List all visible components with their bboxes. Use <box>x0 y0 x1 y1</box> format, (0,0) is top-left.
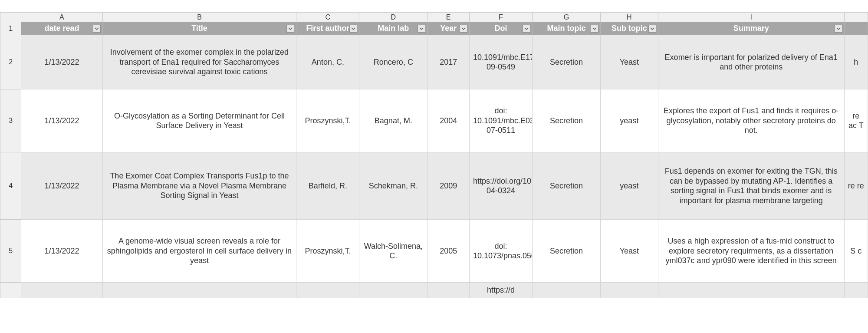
cell-main-lab[interactable]: Bagnat, M. <box>359 89 427 152</box>
row-number-2[interactable]: 2 <box>0 35 21 89</box>
chevron-down-icon <box>592 26 597 31</box>
cell-summary[interactable] <box>658 283 844 298</box>
cell-main-topic[interactable]: Secretion <box>532 220 600 283</box>
table-row: 2 1/13/2022 Involvement of the exomer co… <box>0 35 868 89</box>
cell-next-col[interactable]: re re <box>844 152 868 220</box>
col-letter-E[interactable]: E <box>427 13 470 22</box>
filter-button-title[interactable] <box>286 25 294 33</box>
cell-doi[interactable]: doi: 10.1091/mbc.E03-07-0511 <box>470 89 533 152</box>
filter-button-sub-topic[interactable] <box>648 25 656 33</box>
header-sub-topic: Sub topic <box>600 22 658 35</box>
cell-next-col[interactable]: re ac T <box>844 89 868 152</box>
header-next-col <box>844 22 868 35</box>
header-label: First author <box>306 24 349 33</box>
cell-year[interactable]: 2004 <box>427 89 470 152</box>
cell-main-lab[interactable]: Roncero, C <box>359 35 427 89</box>
row-number-3[interactable]: 3 <box>0 89 21 152</box>
header-label: Main topic <box>547 24 585 33</box>
filter-button-first-author[interactable] <box>349 25 357 33</box>
row-number-4[interactable]: 4 <box>0 152 21 220</box>
formula-input-area[interactable] <box>87 0 868 12</box>
header-doi: Doi <box>470 22 533 35</box>
cell-sub-topic[interactable]: yeast <box>600 152 658 220</box>
cell-doi[interactable]: https://d <box>470 283 533 298</box>
cell-title[interactable]: A genome-wide visual screen reveals a ro… <box>102 220 296 283</box>
cell-main-topic[interactable]: Secretion <box>532 35 600 89</box>
cell-sub-topic[interactable] <box>600 283 658 298</box>
col-letter-H[interactable]: H <box>600 13 658 22</box>
cell-summary[interactable]: Uses a high expression of a fus-mid cons… <box>658 220 844 283</box>
cell-main-topic[interactable]: Secretion <box>532 152 600 220</box>
cell-main-lab[interactable] <box>359 283 427 298</box>
header-label: Doi <box>494 24 507 33</box>
cell-sub-topic[interactable]: Yeast <box>600 35 658 89</box>
row-number-5[interactable]: 5 <box>0 220 21 283</box>
cell-main-lab[interactable]: Walch-Solimena, C. <box>359 220 427 283</box>
cell-title[interactable]: Involvement of the exomer complex in the… <box>102 35 296 89</box>
cell-year[interactable]: 2017 <box>427 35 470 89</box>
col-letter-C[interactable]: C <box>296 13 359 22</box>
name-box-input[interactable] <box>0 0 87 12</box>
row-number-1[interactable]: 1 <box>0 22 21 35</box>
header-label: Sub topic <box>612 24 647 33</box>
filter-button-main-topic[interactable] <box>591 25 598 33</box>
cell-summary[interactable]: Exomer is important for polarized delive… <box>658 35 844 89</box>
table-row: 3 1/13/2022 O-Glycosylation as a Sorting… <box>0 89 868 152</box>
cell-first-author[interactable] <box>296 283 359 298</box>
filter-button-main-lab[interactable] <box>418 25 425 33</box>
header-label: Title <box>191 24 207 33</box>
col-letter-J[interactable] <box>844 13 868 22</box>
filter-button-date-read[interactable] <box>93 25 101 33</box>
cell-first-author[interactable]: Proszynski,T. <box>296 220 359 283</box>
cell-title[interactable] <box>102 283 296 298</box>
cell-next-col[interactable]: h <box>844 35 868 89</box>
cell-date-read[interactable]: 1/13/2022 <box>21 152 102 220</box>
cell-next-col[interactable]: S c <box>844 220 868 283</box>
cell-first-author[interactable]: Barfield, R. <box>296 152 359 220</box>
cell-next-col[interactable] <box>844 283 868 298</box>
select-all-corner[interactable] <box>0 13 21 22</box>
header-label: Year <box>440 24 457 33</box>
cell-doi[interactable]: https://doi.org/10.1091/mbc.e09-04-0324 <box>470 152 533 220</box>
col-letter-I[interactable]: I <box>658 13 844 22</box>
cell-summary[interactable]: Fus1 depends on exomer for exiting the T… <box>658 152 844 220</box>
chevron-down-icon <box>419 26 424 31</box>
cell-doi[interactable]: 10.1091/mbc.E17-09-0549 <box>470 35 533 89</box>
cell-year[interactable]: 2009 <box>427 152 470 220</box>
header-date-read: date read <box>21 22 102 35</box>
cell-date-read[interactable]: 1/13/2022 <box>21 35 102 89</box>
cell-sub-topic[interactable]: yeast <box>600 89 658 152</box>
cell-summary[interactable]: Explores the export of Fus1 and finds it… <box>658 89 844 152</box>
header-main-topic: Main topic <box>532 22 600 35</box>
cell-title[interactable]: O-Glycosylation as a Sorting Determinant… <box>102 89 296 152</box>
filter-button-year[interactable] <box>460 25 467 33</box>
cell-title[interactable]: The Exomer Coat Complex Transports Fus1p… <box>102 152 296 220</box>
cell-year[interactable]: 2005 <box>427 220 470 283</box>
table-row: 5 1/13/2022 A genome-wide visual screen … <box>0 220 868 283</box>
cell-year[interactable] <box>427 283 470 298</box>
cell-sub-topic[interactable]: Yeast <box>600 220 658 283</box>
cell-date-read[interactable]: 1/13/2022 <box>21 89 102 152</box>
table-row: 4 1/13/2022 The Exomer Coat Complex Tran… <box>0 152 868 220</box>
chevron-down-icon <box>650 26 654 31</box>
chevron-down-icon <box>95 26 99 31</box>
col-letter-G[interactable]: G <box>532 13 600 22</box>
cell-main-topic[interactable]: Secretion <box>532 89 600 152</box>
filter-button-doi[interactable] <box>523 25 530 33</box>
filter-button-summary[interactable] <box>835 25 842 33</box>
cell-main-topic[interactable] <box>532 283 600 298</box>
col-letter-B[interactable]: B <box>102 13 296 22</box>
cell-first-author[interactable]: Proszynski,T. <box>296 89 359 152</box>
cell-date-read[interactable] <box>21 283 102 298</box>
cell-date-read[interactable]: 1/13/2022 <box>21 220 102 283</box>
col-letter-F[interactable]: F <box>470 13 533 22</box>
col-letter-D[interactable]: D <box>359 13 427 22</box>
col-letter-A[interactable]: A <box>21 13 102 22</box>
column-letter-row: A B C D E F G H I <box>0 13 868 22</box>
cell-first-author[interactable]: Anton, C. <box>296 35 359 89</box>
cell-main-lab[interactable]: Schekman, R. <box>359 152 427 220</box>
row-number-6[interactable] <box>0 283 21 298</box>
cell-doi[interactable]: doi: 10.1073/pnas.0509107102 <box>470 220 533 283</box>
header-summary: Summary <box>658 22 844 35</box>
header-label: date read <box>44 24 79 33</box>
